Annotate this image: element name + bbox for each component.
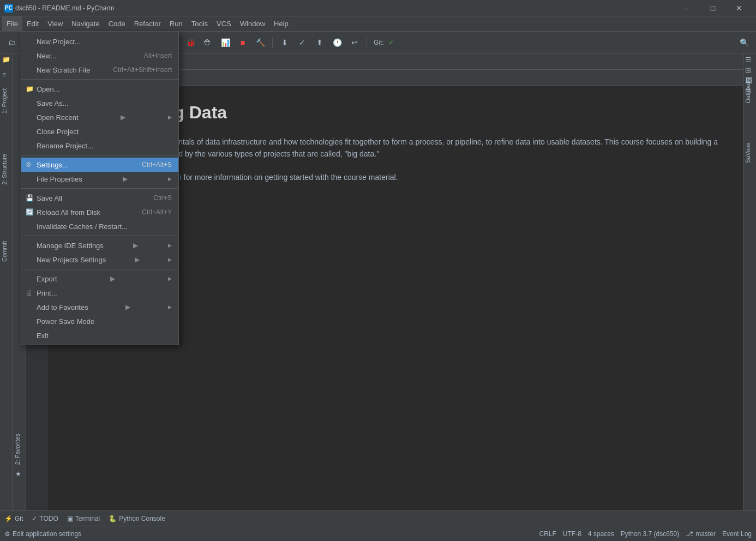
- menu-open[interactable]: 📁 Open...: [21, 82, 178, 96]
- menu-new-scratch-shortcut: Ctrl+Alt+Shift+Insert: [113, 66, 172, 74]
- menu-rename-project[interactable]: Rename Project...: [21, 139, 178, 153]
- menu-rename-project-label: Rename Project...: [37, 142, 93, 150]
- toolbar-project-btn[interactable]: 🗂: [4, 35, 20, 50]
- menu-close-project[interactable]: Close Project: [21, 124, 178, 139]
- menu-bar: File Edit View Navigate Code Refactor Ru…: [0, 16, 756, 32]
- menu-tools[interactable]: Tools: [187, 16, 212, 32]
- python-console-label: Python Console: [119, 515, 165, 522]
- stop-btn[interactable]: ■: [235, 35, 250, 50]
- saview-tab[interactable]: SaView: [743, 141, 752, 165]
- encoding-indicator[interactable]: UTF-8: [563, 530, 581, 538]
- menu-new-scratch-label: New Scratch File: [37, 66, 90, 74]
- menu-save-all[interactable]: 💾 Save All Ctrl+S: [21, 191, 178, 205]
- git-branch-indicator[interactable]: ⎇ master: [686, 530, 716, 538]
- menu-view[interactable]: View: [43, 16, 67, 32]
- commit-tab[interactable]: Commit: [0, 239, 9, 264]
- vcs-commit-btn[interactable]: ✓: [295, 35, 310, 50]
- terminal-tool-btn[interactable]: ▣ Terminal: [67, 515, 100, 522]
- menu-file[interactable]: File: [2, 16, 22, 32]
- favorites-arrow-icon: ▶: [125, 303, 130, 311]
- git-tool-btn[interactable]: ⚡ Git: [4, 515, 23, 522]
- menu-exit[interactable]: Exit: [21, 328, 178, 342]
- menu-run[interactable]: Run: [165, 16, 187, 32]
- menu-refactor[interactable]: Refactor: [130, 16, 165, 32]
- git-tool-label: Git: [15, 515, 23, 522]
- python-interpreter-label: Python 3.7 (dsc650): [621, 530, 679, 538]
- menu-manage-ide-settings[interactable]: Manage IDE Settings ▶: [21, 238, 178, 253]
- menu-new-projects-settings[interactable]: New Projects Settings ▶: [21, 253, 178, 267]
- favorites-tab[interactable]: 2: Favorites: [13, 431, 22, 467]
- branch-icon: ⎇: [686, 530, 693, 538]
- menu-power-save-label: Power Save Mode: [37, 317, 94, 326]
- maximize-button[interactable]: □: [700, 0, 725, 16]
- line-ending-indicator[interactable]: CRLF: [539, 530, 556, 538]
- debug-button[interactable]: 🐞: [183, 35, 198, 50]
- menu-file-properties[interactable]: File Properties ▶: [21, 172, 178, 186]
- git-label: Git:: [374, 39, 384, 46]
- menu-navigate[interactable]: Navigate: [67, 16, 104, 32]
- file-menu-section-3: ⚙ Settings... Ctrl+Alt+S File Properties…: [21, 155, 178, 189]
- vcs-update-btn[interactable]: ⬇: [277, 35, 292, 50]
- project-icon: 📁: [2, 56, 10, 63]
- window-title: dsc650 - README.md - PyCharm: [15, 4, 114, 12]
- python-console-btn[interactable]: 🐍 Python Console: [109, 515, 165, 522]
- python-icon: 🐍: [109, 515, 117, 522]
- minimize-button[interactable]: –: [674, 0, 699, 16]
- vcs-revert-btn[interactable]: ↩: [347, 35, 362, 50]
- menu-power-save-mode[interactable]: Power Save Mode: [21, 314, 178, 328]
- new-projects-arrow-icon: ▶: [135, 256, 140, 263]
- menu-close-project-label: Close Project: [37, 128, 79, 136]
- far-left-tabs: 1: Project 2: Structure Commit 📁 ≡: [0, 53, 13, 510]
- search-everywhere-btn[interactable]: 🔍: [736, 35, 752, 50]
- menu-code[interactable]: Code: [104, 16, 130, 32]
- close-button[interactable]: ✕: [727, 0, 752, 16]
- settings-gear-icon: ⚙: [26, 161, 32, 169]
- right-icon-4: ⊟: [745, 87, 752, 95]
- menu-reload-shortcut: Ctrl+Alt+Y: [142, 208, 172, 216]
- menu-new-project[interactable]: New Project...: [21, 34, 178, 49]
- menu-settings-shortcut: Ctrl+Alt+S: [142, 161, 172, 169]
- menu-save-as[interactable]: Save As...: [21, 96, 178, 110]
- project-tab[interactable]: 1: Project: [0, 86, 9, 116]
- menu-manage-ide-label: Manage IDE Settings: [37, 242, 104, 250]
- edit-settings-label: Edit application settings: [13, 530, 81, 538]
- file-menu-dropdown: New Project... New... Alt+Insert New Scr…: [21, 32, 179, 345]
- menu-reload-all[interactable]: 🔄 Reload All from Disk Ctrl+Alt+Y: [21, 205, 178, 219]
- menu-open-recent[interactable]: Open Recent ▶: [21, 110, 178, 124]
- menu-edit[interactable]: Edit: [22, 16, 43, 32]
- doc-paragraph-2-suffix: for more information on getting started …: [182, 173, 398, 182]
- menu-vcs[interactable]: VCS: [212, 16, 236, 32]
- menu-add-to-favorites[interactable]: Add to Favorites ▶: [21, 300, 178, 314]
- file-menu-section-4: 💾 Save All Ctrl+S 🔄 Reload All from Disk…: [21, 189, 178, 236]
- todo-tool-btn[interactable]: ✓ TODO: [32, 515, 58, 522]
- star-icon: ★: [15, 470, 21, 478]
- indent-indicator[interactable]: 4 spaces: [588, 530, 614, 538]
- menu-settings[interactable]: ⚙ Settings... Ctrl+Alt+S: [21, 158, 178, 172]
- open-folder-icon: 📁: [26, 85, 34, 93]
- profile-btn[interactable]: 📊: [218, 35, 233, 50]
- event-log-btn[interactable]: Event Log: [722, 530, 752, 538]
- structure-icon: ≡: [2, 71, 6, 79]
- menu-new[interactable]: New... Alt+Insert: [21, 49, 178, 63]
- git-status-icon: ✓: [388, 39, 394, 46]
- menu-window[interactable]: Window: [236, 16, 269, 32]
- edit-app-settings[interactable]: ⚙ Edit application settings: [4, 530, 81, 538]
- menu-new-scratch[interactable]: New Scratch File Ctrl+Alt+Shift+Insert: [21, 63, 178, 77]
- menu-open-label: Open...: [37, 85, 60, 93]
- bottom-bar: ⚡ Git ✓ TODO ▣ Terminal 🐍 Python Console: [0, 510, 756, 526]
- vcs-push-btn[interactable]: ⬆: [312, 35, 327, 50]
- status-left: ⚙ Edit application settings: [4, 530, 81, 538]
- app-icon: PC: [4, 4, 13, 13]
- build-btn[interactable]: 🔨: [253, 35, 268, 50]
- python-interpreter-indicator[interactable]: Python 3.7 (dsc650): [621, 530, 679, 538]
- menu-open-recent-label: Open Recent: [37, 113, 79, 122]
- menu-export[interactable]: Export ▶: [21, 272, 178, 286]
- menu-print[interactable]: 🖨 Print...: [21, 286, 178, 300]
- menu-invalidate-caches[interactable]: Invalidate Caches / Restart...: [21, 219, 178, 233]
- vcs-history-btn[interactable]: 🕐: [329, 35, 345, 50]
- structure-tab[interactable]: 2: Structure: [0, 152, 9, 187]
- menu-favorites-label: Add to Favorites: [37, 303, 88, 311]
- terminal-label: Terminal: [75, 515, 100, 522]
- run-with-coverage-btn[interactable]: ⛑: [200, 35, 215, 50]
- menu-help[interactable]: Help: [269, 16, 293, 32]
